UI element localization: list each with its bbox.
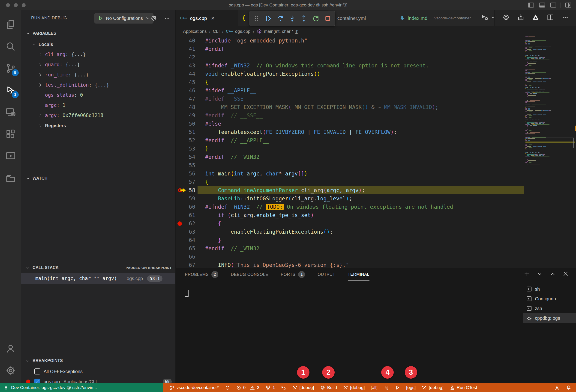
panel-tab-ports[interactable]: PORTS1 xyxy=(281,268,305,281)
tab-index.md[interactable]: index.md.../vscode-devcontainer xyxy=(395,10,494,26)
run-or-debug-button[interactable] xyxy=(481,13,489,21)
breadcrumb-item[interactable]: main(int, char * []) xyxy=(257,29,299,34)
twisty-icon[interactable] xyxy=(38,82,43,88)
variable-row[interactable]: ogs_status: 0 xyxy=(21,90,175,100)
status-item-o[interactable]: [ogs] xyxy=(406,385,416,390)
terminal-list-item[interactable]: sh xyxy=(523,284,576,294)
activity-bar-item-remote-explorer[interactable] xyxy=(0,103,21,121)
twisty-icon[interactable] xyxy=(38,52,43,57)
status-item-debug-launch[interactable] xyxy=(281,385,286,390)
line-number: 40 xyxy=(176,36,195,45)
breadcrumb-item[interactable]: C++ogs.cpp xyxy=(226,29,250,34)
activity-bar-item-search[interactable] xyxy=(0,37,21,56)
status-item-d2[interactable]: [debug] xyxy=(343,385,365,390)
status-item-play[interactable] xyxy=(395,385,400,390)
person-icon[interactable] xyxy=(554,385,560,390)
variable-row[interactable]: argv: 0x7ffe068d1218 xyxy=(21,110,175,121)
status-item-d1[interactable]: [debug] xyxy=(292,385,314,390)
panel-tab-terminal[interactable]: TERMINAL xyxy=(348,268,370,281)
sidebar-more-actions-icon[interactable] xyxy=(164,15,171,22)
activity-bar-item-live-preview[interactable] xyxy=(0,147,21,165)
status-item-ctest[interactable]: Run CTest xyxy=(450,385,477,390)
layout-sidebar-left-icon[interactable] xyxy=(527,1,535,9)
close-panel-icon[interactable] xyxy=(562,270,569,277)
activity-bar-item-settings[interactable] xyxy=(0,361,21,380)
status-item-bug[interactable] xyxy=(383,385,389,390)
terminal-dropdown-icon[interactable] xyxy=(536,270,543,277)
line-number: 61 xyxy=(176,211,195,219)
continue-button[interactable] xyxy=(263,13,273,24)
callstack-frame[interactable]: main(int argc, char ** argv)ogs.cpp58:1 xyxy=(21,273,175,284)
variable-row[interactable]: test_definition: {...} xyxy=(21,80,175,90)
debug-configuration-dropdown[interactable]: No Configurations xyxy=(94,13,153,24)
status-item-b[interactable]: Build xyxy=(320,385,337,390)
close-tab-icon[interactable]: × xyxy=(211,15,215,22)
activity-bar-item-explorer[interactable] xyxy=(0,15,21,34)
breadcrumb-item[interactable]: CLI xyxy=(213,29,220,34)
variable-row[interactable]: cli_arg: {...} xyxy=(21,49,175,60)
stop-button[interactable] xyxy=(323,13,333,24)
breakpoint-checkbox[interactable] xyxy=(34,368,40,374)
section-header-watch[interactable]: WATCH xyxy=(21,174,175,183)
code-line: 66 xyxy=(176,253,576,261)
terminal-list-item[interactable]: cppdbg: ogs xyxy=(523,313,576,323)
layout-customize-icon[interactable] xyxy=(564,1,572,9)
variable-row[interactable]: argc: 1 xyxy=(21,100,175,110)
gear-button[interactable] xyxy=(502,13,510,21)
tab-container.yml[interactable]: !container.yml xyxy=(328,10,395,26)
split-button[interactable] xyxy=(547,13,554,21)
start-debugging-icon[interactable] xyxy=(98,15,104,21)
activity-bar-item-project-manager[interactable] xyxy=(0,169,21,187)
section-header-variables[interactable]: VARIABLES xyxy=(21,29,175,38)
bell-icon[interactable] xyxy=(566,385,571,390)
twisty-icon[interactable] xyxy=(38,113,43,118)
step-out-button[interactable] xyxy=(299,13,309,24)
section-header-call-stack[interactable]: CALL STACKPAUSED ON BREAKPOINT xyxy=(21,263,175,272)
locals-scope[interactable]: Locals xyxy=(21,39,175,49)
section-header-breakpoints[interactable]: BREAKPOINTS xyxy=(21,356,175,365)
activity-bar-item-accounts[interactable] xyxy=(0,339,21,358)
panel-tab-debug-console[interactable]: DEBUG CONSOLE xyxy=(231,268,268,281)
twisty-icon[interactable] xyxy=(38,72,43,78)
variable-row[interactable]: guard: {...} xyxy=(21,60,175,70)
activity-bar-item-run-and-debug[interactable]: 1 xyxy=(0,81,21,99)
terminal-list-item[interactable]: Configurin... xyxy=(523,294,576,303)
load-button[interactable] xyxy=(517,13,525,21)
status-item-problems[interactable]: 02 xyxy=(236,385,259,390)
remote-indicator[interactable]: Dev Container: ogs-gcc-dev @ ssh://envin… xyxy=(0,383,163,392)
cmake-button[interactable] xyxy=(532,13,540,21)
variable-row[interactable]: run_time: {...} xyxy=(21,70,175,80)
code-text: #endif // __APPLE__ xyxy=(205,136,269,145)
new-terminal-button[interactable] xyxy=(523,270,530,277)
restart-button[interactable] xyxy=(311,13,321,24)
debug-settings-gear-icon[interactable] xyxy=(150,15,157,22)
maximize-panel-icon[interactable] xyxy=(549,270,556,277)
tab-ogs.cpp[interactable]: C++ogs.cpp× xyxy=(176,10,238,26)
code-text: if (cli_arg.enable_fpe_is_set) xyxy=(205,211,314,219)
minimap[interactable] xyxy=(525,36,575,184)
breakpoint-row[interactable]: All C++ Exceptions xyxy=(21,367,175,376)
step-into-button[interactable] xyxy=(287,13,297,24)
twisty-icon[interactable] xyxy=(38,62,43,67)
activity-bar-item-source-control[interactable]: 5 xyxy=(0,59,21,78)
status-bar: Dev Container: ogs-gcc-dev @ ssh://envin… xyxy=(0,383,576,392)
more-button[interactable] xyxy=(561,13,569,21)
activity-bar-item-extensions[interactable] xyxy=(0,125,21,143)
code-line: 58 CommandLineArgumentParser cli_arg(arg… xyxy=(176,186,576,194)
registers-row[interactable]: Registers xyxy=(21,121,175,131)
terminal-list-item[interactable]: zsh xyxy=(523,303,576,313)
code-editor[interactable]: 40#include "ogs_embedded_python.h"41#end… xyxy=(176,36,576,268)
status-item-a[interactable]: [all] xyxy=(371,385,378,390)
status-item-d3[interactable]: [debug] xyxy=(422,385,443,390)
panel-tab-problems[interactable]: PROBLEMS2 xyxy=(185,268,218,281)
layout-panel-icon[interactable] xyxy=(538,1,546,9)
panel-tab-output[interactable]: OUTPUT xyxy=(317,268,335,281)
status-item-ports[interactable]: 1 xyxy=(265,385,275,390)
twisty-icon[interactable] xyxy=(38,123,43,128)
chevron-down-icon[interactable] xyxy=(490,15,495,20)
status-item-branch[interactable]: vscode-devcontainer* xyxy=(169,385,219,390)
breadcrumb-item[interactable]: Applications xyxy=(183,29,206,34)
status-item-sync[interactable] xyxy=(225,385,230,390)
layout-sidebar-right-icon[interactable] xyxy=(549,1,557,9)
step-over-button[interactable] xyxy=(275,13,285,24)
